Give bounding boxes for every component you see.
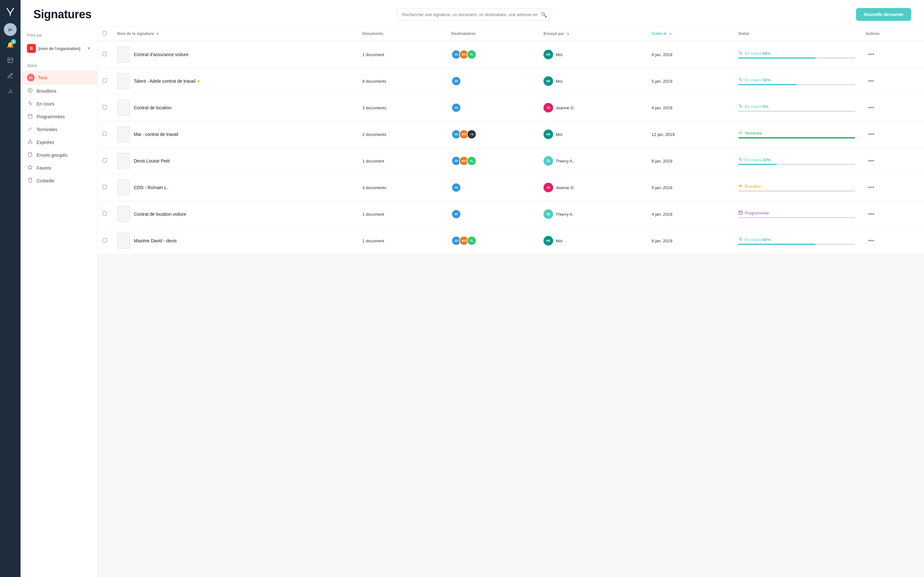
sender-avatar: ME (543, 236, 553, 245)
row-select-checkbox[interactable] (103, 238, 107, 242)
corbeille-icon (27, 177, 33, 184)
sidebar-item-favoris[interactable]: Favoris (21, 161, 97, 174)
sender-name: Moi (556, 52, 562, 57)
status-text: Brouillon (745, 184, 761, 189)
row-select-checkbox[interactable] (103, 185, 107, 189)
brouillons-icon (27, 88, 33, 94)
actions-menu-button[interactable]: ••• (866, 156, 877, 165)
statut-cell: En cours 33% (733, 148, 860, 174)
nom-header[interactable]: Nom de la signature ⇅ (112, 27, 357, 41)
actions-menu-button[interactable]: ••• (866, 103, 877, 112)
table-row: Contrat d'assurance voiture 1 document J… (97, 41, 924, 68)
actions-cell: ••• (861, 227, 924, 254)
status-icon (738, 210, 743, 216)
destinataire-avatar: JD (451, 210, 461, 219)
org-icon: B (27, 44, 36, 53)
actions-menu-button[interactable]: ••• (866, 236, 877, 245)
sidebar-item-corbeille[interactable]: Corbeille (21, 174, 97, 187)
sidebar-item-terminees[interactable]: Terminées (21, 123, 97, 136)
row-select-checkbox[interactable] (103, 158, 107, 163)
destinataires-avatars: JDMSTL (451, 50, 533, 59)
doc-name: Mia - contrat de travail (134, 132, 178, 137)
date-cell: 8 jan. 2019 (646, 227, 733, 254)
signatures-icon[interactable] (4, 69, 17, 82)
sidebar-item-encours[interactable]: En cours (21, 97, 97, 110)
doc-name: CDD - Romain L. (134, 185, 168, 190)
documents-icon[interactable] (4, 54, 17, 67)
sender-cell: TAThierry A. (543, 210, 641, 219)
actions-menu-button[interactable]: ••• (866, 50, 877, 59)
doc-name: Talent - Adele contrat de travail ★ (134, 79, 201, 84)
doc-name: Devis Louise Petit (134, 158, 170, 163)
progress-fill (738, 84, 796, 85)
row-checkbox (97, 148, 112, 174)
statut-cell: En cours 0% (733, 95, 860, 121)
sidebar-item-brouillons[interactable]: Brouillons (21, 85, 97, 97)
content-area: Filtré par B [nom de l'organisation] ▼ S… (21, 27, 924, 577)
envoye-par-header[interactable]: Envoyé par ⇅ (538, 27, 646, 41)
notifications-icon[interactable]: 🔔 2 (4, 39, 17, 51)
row-select-checkbox[interactable] (103, 105, 107, 109)
org-filter[interactable]: B [nom de l'organisation] ▼ (21, 41, 97, 58)
row-checkbox (97, 41, 112, 68)
destinataires-avatars: JD (451, 210, 533, 219)
sender-name: Thierry A. (556, 159, 573, 163)
search-input[interactable] (397, 9, 551, 21)
doc-name-cell: Contrat de location voiture (112, 201, 357, 227)
row-select-checkbox[interactable] (103, 132, 107, 136)
actions-menu-button[interactable]: ••• (866, 183, 877, 192)
actions-cell: ••• (861, 174, 924, 201)
doc-preview (117, 47, 130, 63)
doc-preview (117, 100, 130, 116)
date-cell: 4 jan. 2019 (646, 95, 733, 121)
statut-header: Statut (733, 27, 860, 41)
row-checkbox (97, 121, 112, 148)
terminees-icon (27, 126, 33, 133)
app-logo[interactable] (4, 5, 17, 18)
table-row: Talent - Adele contrat de travail ★ 8 do… (97, 68, 924, 95)
sender-col: TAThierry A. (538, 148, 646, 174)
new-request-button[interactable]: Nouvelle demande (856, 8, 911, 21)
status-icon (738, 51, 743, 56)
status-text: Terminée (745, 131, 762, 135)
date-cell: 5 jan. 2019 (646, 68, 733, 95)
actions-menu-button[interactable]: ••• (866, 210, 877, 219)
progress-fill (738, 137, 855, 139)
row-select-checkbox[interactable] (103, 52, 107, 56)
row-select-checkbox[interactable] (103, 211, 107, 216)
doc-name: Contrat de location voiture (134, 211, 186, 217)
sidebar-item-programmees[interactable]: Programmées (21, 110, 97, 123)
search-icon: 🔍 (541, 11, 547, 18)
sender-col: JDJeanne D. (538, 174, 646, 201)
destinataire-avatar: JD (451, 76, 461, 86)
user-avatar[interactable]: jm (4, 23, 17, 36)
sender-col: MEMoi (538, 227, 646, 254)
nom-sort-icon: ⇅ (156, 32, 159, 35)
row-checkbox (97, 227, 112, 254)
table-row: Devis Louise Petit 1 document JDMSTL TAT… (97, 148, 924, 174)
sidebar-item-tous[interactable]: jm Tous (21, 71, 97, 85)
select-all-checkbox[interactable] (103, 31, 107, 35)
sender-avatar: ME (543, 50, 553, 59)
destinataires-cell: JD (446, 201, 538, 227)
actions-menu-button[interactable]: ••• (866, 77, 877, 85)
doc-name-cell: Contrat d'assurance voiture (112, 41, 357, 68)
status-text: Programmée (745, 211, 769, 215)
row-select-checkbox[interactable] (103, 79, 107, 83)
status-icon (738, 104, 743, 109)
programmees-icon (27, 113, 33, 120)
doc-preview (117, 233, 130, 249)
cree-le-header[interactable]: Créée le ▼ (646, 27, 733, 41)
svg-marker-16 (28, 165, 32, 169)
progress-bar (738, 111, 855, 112)
brouillons-label: Brouillons (37, 89, 56, 93)
destinataire-avatar: JD (451, 183, 461, 192)
analytics-icon[interactable] (4, 85, 17, 97)
page-title: Signatures (33, 8, 91, 21)
sidebar-item-envois[interactable]: Envois groupés (21, 149, 97, 161)
actions-menu-button[interactable]: ••• (866, 130, 877, 139)
sender-col: MEMoi (538, 68, 646, 95)
date-cell: 12 jan. 2019 (646, 121, 733, 148)
destinataires-avatars: JDMSTL (451, 156, 533, 166)
sidebar-item-expirees[interactable]: Expirées (21, 136, 97, 149)
